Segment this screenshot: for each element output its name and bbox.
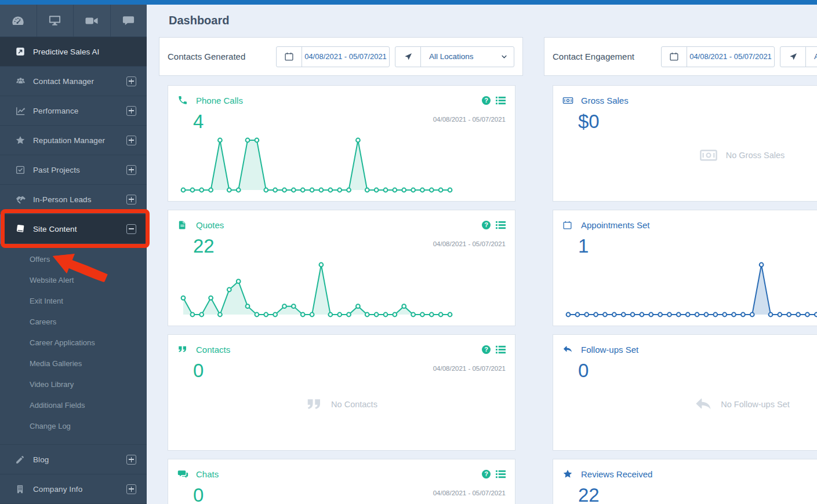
list-view-icon[interactable] [496,345,506,355]
sidebar-item-label: Site Content [33,225,126,233]
location-arrow-icon[interactable] [395,47,421,67]
location-select[interactable]: All Locations [421,47,514,67]
sidebar-subitem-media-galleries[interactable]: Media Galleries [0,353,147,374]
empty-state-label: No Contacts [331,400,377,409]
card-title: Quotes [196,220,482,230]
quotes-sparkline [180,261,453,319]
help-icon[interactable] [482,470,491,479]
card-value: $0 [578,112,817,132]
sidebar-subitem-video-library[interactable]: Video Library [0,374,147,395]
sidebar-item-performance[interactable]: Performance [0,96,147,126]
sidebar-item-in-person-leads[interactable]: In-Person Leads [0,185,147,214]
expand-plus-icon[interactable] [126,165,136,175]
card-title: Contacts [196,345,482,355]
help-icon[interactable] [482,221,491,229]
sidebar-item-label: Blog [33,455,126,464]
contacts-generated-panel: Contacts Generated 04/08/2021 - 05/07/20… [159,37,523,76]
quotes-card: Quotes 22 04/08/2021 - 05/07/2021 [168,210,515,326]
help-icon[interactable] [482,345,491,354]
empty-state-label: No Follow-ups Set [721,400,789,409]
desktop-icon[interactable] [37,5,74,36]
sidebar-subitem-website-alert[interactable]: Website Alert [0,269,147,290]
calendar-icon[interactable] [277,47,302,67]
date-range-input[interactable]: 04/08/2021 - 05/07/2021 [687,47,774,67]
date-range-control: 04/08/2021 - 05/07/2021 [661,46,775,67]
calendar-icon [562,220,573,230]
date-range-input[interactable]: 04/08/2021 - 05/07/2021 [302,47,389,67]
sidebar: Predictive Sales AI Contact Manager Perf… [0,5,147,504]
contacts-card: Contacts 0 04/08/2021 - 05/07/2021 No Co… [168,334,515,451]
card-value: 22 [578,485,817,504]
followups-set-card: Follow-ups Set 0 04/08/2021 - 05/07/2021… [553,334,817,451]
sidebar-icon-tabs [0,5,147,37]
expand-plus-icon[interactable] [126,136,136,145]
page-title: Dashboard [169,14,229,27]
sidebar-subitem-career-applications[interactable]: Career Applications [0,332,147,353]
empty-state-label: No Gross Sales [726,151,785,160]
collapse-minus-icon[interactable] [126,224,136,234]
sidebar-subitem-careers[interactable]: Careers [0,311,147,332]
sidebar-item-label: In-Person Leads [33,195,126,204]
sidebar-item-label: Company Info [33,485,126,494]
sidebar-item-blog[interactable]: Blog [0,445,147,474]
sidebar-item-company-info[interactable]: Company Info [0,474,147,504]
list-view-icon[interactable] [496,220,506,230]
sidebar-item-site-content[interactable]: Site Content [0,214,147,244]
sidebar-subitem-additional-fields[interactable]: Additional Fields [0,395,147,415]
location-select-value: All Locations [429,52,500,61]
phone-icon [177,95,188,105]
gauge-icon[interactable] [0,5,37,36]
card-title: Chats [196,469,482,479]
location-select-value: All Locations [814,52,817,61]
sidebar-subitem-change-log[interactable]: Change Log [0,415,147,436]
panel-title: Contact Engagement [553,52,661,61]
sidebar-item-reputation-manager[interactable]: Reputation Manager [0,126,147,155]
reviews-received-card: Reviews Received 22 04/08/2021 - 05/07/2… [553,459,817,504]
sidebar-nav: Predictive Sales AI Contact Manager Perf… [0,37,147,504]
expand-plus-icon[interactable] [126,195,136,204]
list-view-icon[interactable] [496,96,506,105]
chats-card: Chats 0 04/08/2021 - 05/07/2021 [168,459,515,504]
phone-calls-sparkline [180,136,453,194]
card-date-range: 04/08/2021 - 05/07/2021 [433,490,506,496]
pencil-icon [15,455,26,465]
card-value: 1 [578,236,817,257]
building-icon [15,484,26,494]
video-camera-icon[interactable] [74,5,111,36]
location-select[interactable]: All Locations [806,47,817,67]
money-bill-icon [699,146,718,165]
help-icon[interactable] [482,96,491,105]
sidebar-subitem-exit-intent[interactable]: Exit Intent [0,290,147,311]
expand-plus-icon[interactable] [126,76,136,86]
chat-bubbles-icon [177,469,188,480]
empty-state: No Follow-ups Set [562,381,817,443]
card-date-range: 04/08/2021 - 05/07/2021 [433,365,506,372]
card-date-range: 04/08/2021 - 05/07/2021 [433,116,506,123]
card-title: Reviews Received [581,469,817,479]
expand-plus-icon[interactable] [126,484,136,494]
card-title: Phone Calls [196,96,482,105]
card-date-range: 04/08/2021 - 05/07/2021 [433,240,506,247]
sidebar-item-contact-manager[interactable]: Contact Manager [0,67,147,96]
appointments-set-card: Appointments Set 1 04/08/2021 - 05/07/20… [553,210,817,326]
main-content: Dashboard Contacts Generated 04/08/2021 … [147,5,817,504]
sidebar-item-past-projects[interactable]: Past Projects [0,155,147,185]
site-content-submenu: Offers Website Alert Exit Intent Careers… [0,244,147,445]
list-view-icon[interactable] [496,469,506,479]
expand-plus-icon[interactable] [126,106,136,116]
panel-title: Contacts Generated [168,52,276,61]
sidebar-subitem-offers[interactable]: Offers [0,249,147,269]
contact-engagement-panel: Contact Engagement 04/08/2021 - 05/07/20… [544,37,817,76]
chat-bubble-icon[interactable] [111,5,147,36]
sidebar-item-label: Reputation Manager [33,136,126,145]
money-bill-icon [562,95,573,106]
location-control: All Locations [780,46,817,67]
top-accent-bar [0,0,817,5]
sidebar-item-predictive-sales-ai[interactable]: Predictive Sales AI [0,37,147,67]
location-arrow-icon[interactable] [780,47,806,67]
card-title: Appointments Set [581,220,817,230]
expand-plus-icon[interactable] [126,455,136,465]
document-icon [177,220,188,230]
star-icon [15,135,26,145]
calendar-icon[interactable] [662,47,687,67]
